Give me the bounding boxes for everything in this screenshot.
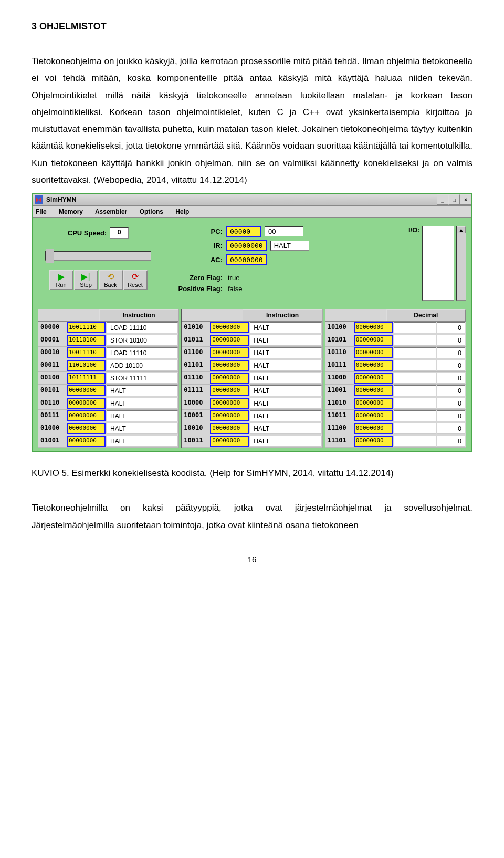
memory-binary-cell[interactable]: 00000000 <box>354 373 393 384</box>
memory-decimal[interactable]: 0 <box>437 360 465 371</box>
memory-binary-cell[interactable]: 00000000 <box>354 360 393 371</box>
back-button[interactable]: ⟲Back <box>99 270 123 290</box>
memory-row: 0101100000000HALT <box>182 334 322 347</box>
ir-bin[interactable]: 00000000 <box>226 240 267 251</box>
memory-instruction[interactable]: ADD 10100 <box>107 360 178 371</box>
memory-instruction[interactable]: STOR 10100 <box>107 335 178 346</box>
memory-binary-cell[interactable]: 00000000 <box>210 410 249 421</box>
memory-binary-cell[interactable]: 00000000 <box>354 410 393 421</box>
minimize-button[interactable]: _ <box>437 194 448 205</box>
memory-instruction[interactable]: STOR 11111 <box>107 373 178 384</box>
memory-binary-cell[interactable]: 00000000 <box>210 335 249 346</box>
memory-binary-cell[interactable]: 10110100 <box>67 335 106 346</box>
reset-button[interactable]: ⟳Reset <box>123 270 148 290</box>
memory-address: 11010 <box>326 397 354 409</box>
memory-decimal[interactable]: 0 <box>437 347 465 358</box>
memory-row: 0011100000000HALT <box>38 410 178 422</box>
memory-instruction[interactable]: HALT <box>250 436 321 447</box>
memory-binary-cell[interactable]: 00000000 <box>210 436 249 447</box>
memory-instruction[interactable]: HALT <box>250 423 321 434</box>
memory-decimal[interactable]: 0 <box>437 322 465 333</box>
memory-binary-cell[interactable]: 00000000 <box>67 385 106 396</box>
memory-instruction[interactable]: HALT <box>250 398 321 409</box>
memory-decimal[interactable]: 0 <box>437 385 465 396</box>
memory-address: 01001 <box>38 435 67 447</box>
memory-decimal[interactable]: 0 <box>437 423 465 434</box>
memory-binary-cell[interactable]: 00000000 <box>210 373 249 384</box>
memory-decimal[interactable]: 0 <box>437 436 465 447</box>
body-paragraph-2: Tietokoneohjelmilla on kaksi päätyyppiä,… <box>32 500 472 534</box>
memory-instruction[interactable]: LOAD 11110 <box>107 347 178 358</box>
io-scrollbar[interactable] <box>456 226 466 301</box>
memory-spacer <box>394 347 436 358</box>
memory-instruction[interactable]: HALT <box>250 373 321 384</box>
memory-instruction[interactable]: HALT <box>250 385 321 396</box>
memory-row: 0010100000000HALT <box>38 385 178 397</box>
memory-instruction[interactable]: LOAD 11110 <box>107 322 178 333</box>
memory-binary-cell[interactable]: 00000000 <box>67 423 106 434</box>
memory-binary-cell[interactable]: 00000000 <box>354 436 393 447</box>
memory-binary-cell[interactable]: 00000000 <box>354 335 393 346</box>
memory-binary-cell[interactable]: 10111111 <box>67 373 106 384</box>
memory-binary-cell[interactable]: 00000000 <box>210 322 249 333</box>
memory-instruction[interactable]: HALT <box>107 385 178 396</box>
memory-instruction[interactable]: HALT <box>107 410 178 421</box>
menu-help[interactable]: Help <box>175 208 189 215</box>
menu-options[interactable]: Options <box>140 208 163 215</box>
memory-binary-cell[interactable]: 00000000 <box>210 423 249 434</box>
memory-binary-cell[interactable]: 11010100 <box>67 360 106 371</box>
memory-instruction[interactable]: HALT <box>250 410 321 421</box>
memory-decimal[interactable]: 0 <box>437 335 465 346</box>
memory-instruction[interactable]: HALT <box>250 360 321 371</box>
run-button[interactable]: ▶Run <box>49 270 74 290</box>
maximize-button[interactable]: □ <box>448 194 460 205</box>
memory-row: 0100100000000HALT <box>38 435 178 448</box>
col1-header-instruction[interactable]: Instruction <box>99 309 178 321</box>
memory-decimal[interactable]: 0 <box>437 410 465 421</box>
cpu-speed-value[interactable]: 0 <box>110 227 129 239</box>
memory-binary-cell[interactable]: 00000000 <box>67 398 106 409</box>
pc-bin[interactable]: 00000 <box>226 226 261 237</box>
memory-binary-cell[interactable]: 00000000 <box>210 360 249 371</box>
pc-dec: 00 <box>265 226 303 236</box>
memory-row: 0000010011110LOAD 11110 <box>38 322 178 334</box>
titlebar[interactable]: SimHYMN _ □ × <box>33 194 471 206</box>
col2-header-instruction[interactable]: Instruction <box>243 309 322 321</box>
memory-binary-cell[interactable]: 00000000 <box>354 398 393 409</box>
memory-instruction[interactable]: HALT <box>250 322 321 333</box>
memory-address: 10110 <box>326 347 354 359</box>
memory-binary-cell[interactable]: 00000000 <box>67 436 106 447</box>
memory-instruction[interactable]: HALT <box>107 436 178 447</box>
memory-decimal[interactable]: 0 <box>437 398 465 409</box>
memory-instruction[interactable]: HALT <box>107 423 178 434</box>
memory-binary-cell[interactable]: 00000000 <box>67 410 106 421</box>
memory-instruction[interactable]: HALT <box>250 347 321 358</box>
memory-binary-cell[interactable]: 00000000 <box>354 385 393 396</box>
menu-memory[interactable]: Memory <box>59 208 83 215</box>
col3-header-decimal[interactable]: Decimal <box>386 309 466 321</box>
ir-label: IR: <box>165 242 223 250</box>
memory-binary-cell[interactable]: 00000000 <box>210 347 249 358</box>
menu-file[interactable]: File <box>36 208 47 215</box>
memory-binary-cell[interactable]: 10011110 <box>67 322 106 333</box>
memory-binary-cell[interactable]: 10011110 <box>67 347 106 358</box>
memory-binary-cell[interactable]: 00000000 <box>354 347 393 358</box>
memory-decimal[interactable]: 0 <box>437 373 465 384</box>
memory-row: 0011000000000HALT <box>38 397 178 410</box>
memory-address: 11000 <box>326 372 354 384</box>
memory-binary-cell[interactable]: 00000000 <box>210 385 249 396</box>
memory-spacer <box>394 436 436 447</box>
pc-label: PC: <box>165 228 223 235</box>
memory-binary-cell[interactable]: 00000000 <box>354 423 393 434</box>
memory-instruction[interactable]: HALT <box>250 335 321 346</box>
menu-assembler[interactable]: Assembler <box>95 208 127 215</box>
simhymn-window: SimHYMN _ □ × File Memory Assembler Opti… <box>32 193 472 452</box>
memory-binary-cell[interactable]: 00000000 <box>210 398 249 409</box>
memory-binary-cell[interactable]: 00000000 <box>354 322 393 333</box>
memory-instruction[interactable]: HALT <box>107 398 178 409</box>
step-button[interactable]: ▶|Step <box>74 270 98 290</box>
close-button[interactable]: × <box>460 194 471 205</box>
cpu-speed-slider[interactable] <box>45 251 151 261</box>
ac-bin[interactable]: 00000000 <box>226 254 267 265</box>
memory-address: 00010 <box>38 347 67 359</box>
